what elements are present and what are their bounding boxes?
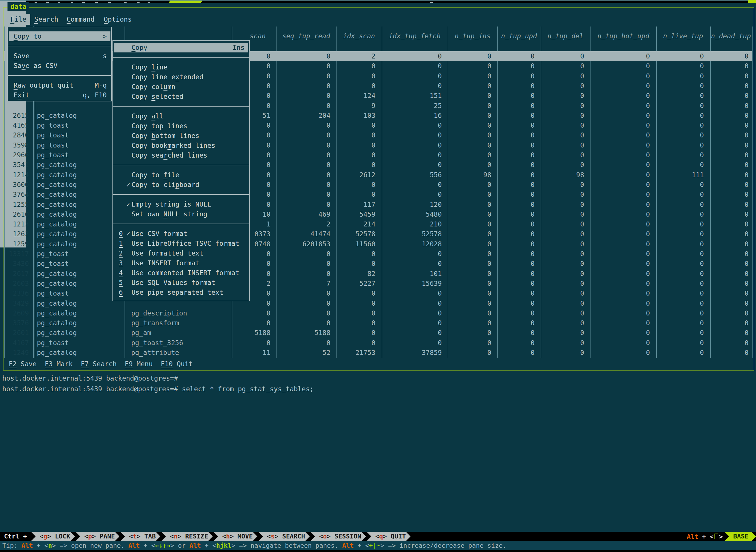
- menu-item-label: Set own NULL string: [131, 209, 207, 219]
- menu-item-use-formatted-text[interactable]: 2Use formatted text: [113, 248, 249, 258]
- cell-n-dead-tup: 0: [668, 279, 749, 288]
- cell-schemaname: pg_toast: [37, 130, 69, 140]
- cell-schemaname: pg_toast: [37, 288, 69, 298]
- cell-schemaname: pg_catalog: [37, 229, 77, 239]
- menu-item-copy-column[interactable]: Copy column: [113, 82, 249, 92]
- menu-item-exit[interactable]: Exitq, F10: [8, 90, 111, 100]
- menu-item-use-sql-values-format[interactable]: 5Use SQL Values format: [113, 278, 249, 287]
- column-header-n-dead-tup: n_dead_tup: [711, 31, 751, 41]
- menu-separator: [8, 75, 111, 76]
- cell-n-dead-tup: 0: [668, 328, 749, 338]
- cell-relid: 2615: [4, 111, 29, 120]
- menu-separator: [113, 106, 249, 107]
- menu-item-label: Use LibreOffice TSVC format: [131, 239, 239, 248]
- cell-n-dead-tup: 0: [668, 219, 749, 229]
- cell-n-dead-tup: 0: [668, 308, 749, 318]
- cell-n-dead-tup: 0: [668, 180, 749, 189]
- cell-n-dead-tup: 0: [668, 170, 749, 180]
- menubar-item-file[interactable]: File: [6, 14, 30, 25]
- table-row[interactable]: 2609pg_catalogpg_description0000000000: [4, 308, 752, 318]
- menu-item-empty-string-is-null[interactable]: ✓Empty string is NULL: [113, 199, 249, 209]
- menu-item-label: Raw output quit: [14, 81, 74, 90]
- menu-item-copy-selected[interactable]: Copy selected: [113, 92, 249, 101]
- footer-key-f10[interactable]: F10 Quit: [161, 360, 193, 368]
- menu-item-copy-line-extended[interactable]: Copy line extended: [113, 72, 249, 82]
- menu-item-copy-bottom-lines[interactable]: Copy bottom lines: [113, 131, 249, 141]
- status-segment-quit: <q> QUIT: [367, 532, 411, 541]
- cell-schemaname: pg_catalog: [37, 189, 77, 199]
- cell-schemaname: pg_catalog: [37, 298, 77, 308]
- cell-n-dead-tup: 0: [668, 150, 749, 160]
- column-header-n-tup-hot-upd: n_tup_hot_upd: [598, 31, 649, 41]
- cell-n-dead-tup: 0: [668, 249, 749, 259]
- cell-n-dead-tup: 0: [668, 288, 749, 298]
- menu-item-copy-line[interactable]: Copy line: [113, 62, 249, 72]
- status-segment-lock: <g> LOCK: [31, 532, 75, 541]
- menubar-item-search[interactable]: Search: [30, 14, 62, 25]
- menu-item-use-commented-insert-format[interactable]: 4Use commented INSERT format: [113, 268, 249, 278]
- menu-item-copy-to-clipboard[interactable]: ✓Copy to clipboard: [113, 180, 249, 189]
- menu-item-use-pipe-separated-text[interactable]: 6Use pipe separated text: [113, 287, 249, 297]
- cell-relid: 1213: [4, 219, 29, 229]
- menu-item-label: Copy top lines: [131, 121, 188, 131]
- menu-item-use-insert-format[interactable]: 3Use INSERT format: [113, 258, 249, 268]
- cell-schemaname: pg_catalog: [37, 318, 77, 328]
- cell-n-dead-tup: 0: [668, 200, 749, 210]
- menu-item-copy-all[interactable]: Copy all: [113, 111, 249, 121]
- menu-item-shortcut: Ins: [232, 43, 244, 52]
- cell-relid: 3429: [4, 298, 29, 308]
- menu-item-save[interactable]: Saves: [8, 51, 111, 61]
- footer-key-f7[interactable]: F7 Search: [81, 360, 117, 368]
- menu-item-label: Use SQL Values format: [131, 278, 215, 287]
- table-row[interactable]: 3576pg_catalogpg_transform0000000000: [4, 318, 752, 328]
- menu-item-use-csv-format[interactable]: 0✓Use CSV format: [113, 229, 249, 239]
- menu-item-copy-searched-lines[interactable]: Copy searched lines: [113, 150, 249, 160]
- tip-segment: Alt: [128, 542, 140, 549]
- menubar-item-command[interactable]: Command: [63, 14, 99, 25]
- status-prefix: Ctrl +: [0, 532, 31, 541]
- cell-schemaname: pg_catalog: [37, 160, 77, 170]
- cell-relid: 2336: [4, 288, 29, 298]
- menu-item-label: Use pipe separated text: [131, 287, 223, 297]
- status-segment-search: <s> SEARCH: [258, 532, 310, 541]
- menu-separator: [113, 57, 249, 57]
- menu-item-raw-output-quit[interactable]: Raw output quitM-q: [8, 81, 111, 90]
- footer-key-f3[interactable]: F3 Mark: [45, 360, 73, 368]
- file-menu: Copy to>SavesSave as CSVRaw output quitM…: [7, 27, 112, 101]
- copy-to-submenu: CopyInsCopy lineCopy line extendedCopy c…: [112, 40, 250, 301]
- footer-key-f2[interactable]: F2 Save: [9, 360, 37, 368]
- menu-item-copy-to-file[interactable]: Copy to file: [113, 170, 249, 180]
- cell-schemaname: pg_toast: [37, 249, 69, 259]
- menubar-item-options[interactable]: Options: [100, 14, 136, 25]
- menu-item-label: Use commented INSERT format: [131, 268, 239, 278]
- table-row[interactable]: 1249pg_catalogpg_attribute11522175337859…: [4, 348, 752, 358]
- table-row[interactable]: 4167pg_toastpg_toast_32560000000000: [4, 338, 752, 348]
- alt-label: Alt: [687, 533, 698, 540]
- cell-relid: 2603: [4, 279, 29, 288]
- menu-item-copy[interactable]: CopyIns: [113, 43, 249, 52]
- table-row[interactable]: 2601pg_catalogpg_am5188518800000000: [4, 328, 752, 338]
- menu-item-accelerator: 2: [119, 248, 123, 258]
- cell-schemaname: pg_toast: [37, 120, 69, 130]
- tip-segment: + <: [140, 542, 155, 549]
- cell-n-dead-tup: 0: [668, 120, 749, 130]
- column-header-scan: scan: [250, 31, 265, 41]
- menu-item-copy-to[interactable]: Copy to>: [8, 31, 111, 41]
- menu-item-label: Copy all: [131, 111, 164, 121]
- menu-item-copy-top-lines[interactable]: Copy top lines: [113, 121, 249, 131]
- menu-item-set-own-null-string[interactable]: Set own NULL string: [113, 209, 249, 219]
- menu-item-copy-bookmarked-lines[interactable]: Copy bookmarked lines: [113, 141, 249, 150]
- terminal-prompt-line: host.docker.internal:5439 backend@postgr…: [2, 373, 178, 383]
- tip-segment: > => open new pane.: [52, 542, 128, 549]
- bottom-strip: [0, 550, 756, 552]
- footer-key-f9[interactable]: F9 Menu: [125, 360, 153, 368]
- cell-schemaname: pg_catalog: [37, 180, 77, 189]
- tmux-status-bar: Ctrl + <g> LOCK<p> PANE<t> TAB<n> RESIZE…: [0, 532, 756, 541]
- menu-item-save-as-csv[interactable]: Save as CSV: [8, 61, 111, 71]
- cell-n-dead-tup: 0: [668, 348, 749, 358]
- menu-item-label: Save as CSV: [14, 61, 58, 71]
- tip-segment: + <: [354, 542, 369, 549]
- menu-item-label: Copy to: [14, 31, 41, 41]
- cell-relname: pg_description: [131, 308, 187, 318]
- menu-item-use-libreoffice-tsvc-format[interactable]: 1Use LibreOffice TSVC format: [113, 239, 249, 248]
